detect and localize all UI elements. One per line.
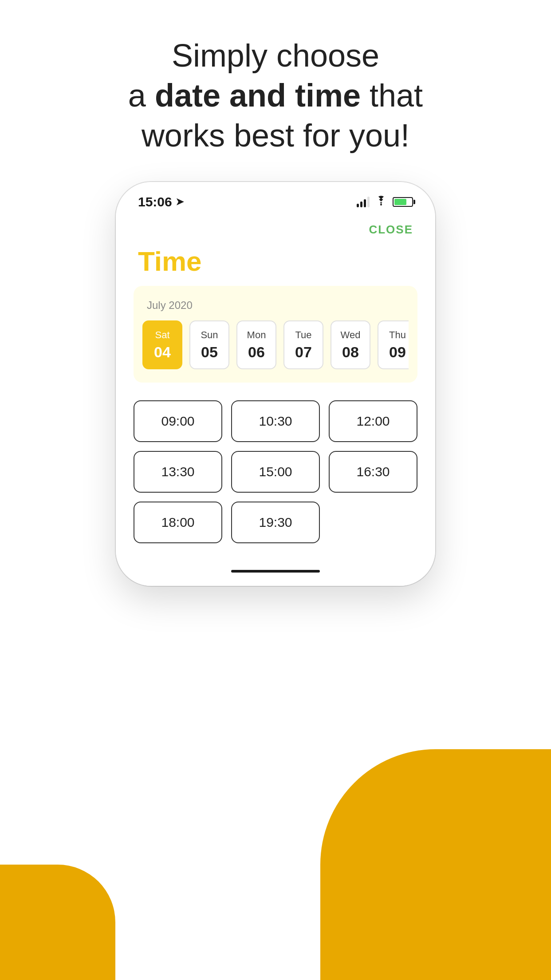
day-number: 06 (248, 344, 265, 361)
headline-line2-pre: a (128, 78, 155, 113)
headline-line3: works best for you! (142, 118, 409, 153)
time-slot-1630[interactable]: 16:30 (329, 451, 417, 493)
battery-icon (393, 197, 413, 207)
day-item-07[interactable]: Tue 07 (283, 320, 323, 369)
time-slot-1330[interactable]: 13:30 (134, 451, 222, 493)
app-header: CLOSE (116, 214, 435, 241)
day-name: Mon (247, 329, 266, 341)
time-slot-1930[interactable]: 19:30 (231, 502, 320, 543)
status-icons (357, 196, 413, 208)
signal-bar-1 (357, 204, 359, 207)
location-icon: ➤ (176, 196, 184, 208)
day-number: 08 (342, 344, 359, 361)
time-display: 15:06 (138, 194, 172, 209)
headline-line2-bold: date and time (155, 78, 361, 113)
app-title: Time (116, 241, 435, 286)
time-slots-grid: 09:0010:3012:0013:3015:0016:3018:0019:30 (116, 400, 435, 543)
signal-icon (357, 197, 370, 207)
time-slot-1030[interactable]: 10:30 (231, 400, 320, 442)
day-name: Sun (201, 329, 218, 341)
day-number: 07 (295, 344, 312, 361)
day-item-08[interactable]: Wed 08 (331, 320, 370, 369)
day-number: 05 (201, 344, 218, 361)
time-slot-1500[interactable]: 15:00 (231, 451, 320, 493)
decorative-shape-right (320, 749, 551, 980)
day-number: 09 (389, 344, 406, 361)
battery-fill (394, 199, 406, 205)
day-item-05[interactable]: Sun 05 (189, 320, 229, 369)
wifi-icon (375, 196, 387, 208)
app-content: CLOSE Time July 2020 Sat 04 Sun 05 Mon 0… (116, 214, 435, 561)
month-label: July 2020 (142, 299, 409, 312)
signal-bar-4 (367, 197, 370, 207)
day-name: Wed (341, 329, 361, 341)
day-item-06[interactable]: Mon 06 (236, 320, 276, 369)
signal-bar-2 (360, 202, 362, 207)
time-slot-0900[interactable]: 09:00 (134, 400, 222, 442)
phone-mockup: 15:06 ➤ (116, 182, 435, 586)
day-item-09[interactable]: Thu 09 (378, 320, 409, 369)
status-bar: 15:06 ➤ (116, 182, 435, 214)
day-name: Thu (389, 329, 406, 341)
svg-point-0 (380, 204, 382, 205)
signal-bar-3 (364, 199, 366, 207)
headline: Simply choose a date and time that works… (93, 36, 458, 155)
close-button[interactable]: CLOSE (369, 223, 413, 237)
day-name: Sat (155, 329, 169, 341)
day-number: 04 (154, 344, 171, 361)
home-indicator (231, 570, 320, 573)
status-time: 15:06 ➤ (138, 194, 184, 209)
headline-line1: Simply choose (172, 38, 379, 73)
day-name: Tue (295, 329, 311, 341)
calendar-section: July 2020 Sat 04 Sun 05 Mon 06 Tue 07 We… (134, 286, 417, 383)
days-scroll: Sat 04 Sun 05 Mon 06 Tue 07 Wed 08 Thu 0… (142, 320, 409, 369)
decorative-shape-left (0, 865, 115, 980)
day-item-04[interactable]: Sat 04 (142, 320, 182, 369)
home-indicator-area (116, 561, 435, 586)
time-slot-1200[interactable]: 12:00 (329, 400, 417, 442)
time-slot-1800[interactable]: 18:00 (134, 502, 222, 543)
headline-line2-post: that (361, 78, 423, 113)
